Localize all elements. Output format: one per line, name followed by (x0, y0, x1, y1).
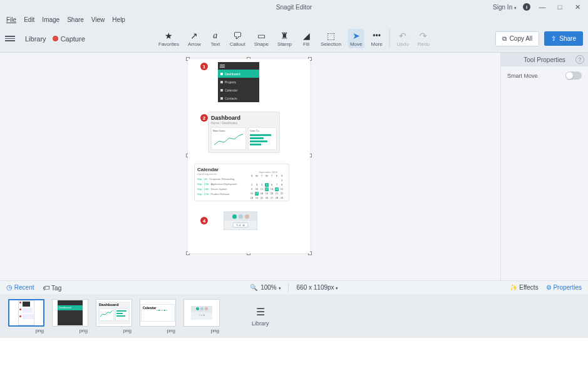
dashboard-icon (220, 73, 223, 75)
step-badge-4: 4 (200, 217, 208, 224)
shape-icon: ▭ (255, 30, 267, 41)
dashboard-title: Dashboard (211, 115, 277, 121)
dimensions-display[interactable]: 660 x 1109px ▾ (297, 284, 339, 291)
record-icon (53, 36, 58, 41)
copy-icon: ⧉ (502, 35, 507, 43)
thumb-label: png (123, 328, 132, 334)
tool-arrow[interactable]: ↗Arrow (186, 29, 203, 48)
thumbnail-tray: png Dashboard png Dashboard png Calendar… (0, 294, 588, 338)
status-bar: ◷ Recent 🏷 Tag 🔍 100% ▾ 660 x 1109px ▾ ✨… (0, 280, 588, 294)
thumbnail-3[interactable]: Dashboard png (95, 299, 133, 334)
zoom-control[interactable]: 🔍 100% ▾ (250, 284, 281, 291)
step-badge-1: 1 (200, 63, 208, 70)
fill-icon: ◢ (301, 30, 312, 41)
tool-shape[interactable]: ▭Shape (252, 29, 271, 48)
canvas-viewport[interactable]: 1 2 3 4 Dashboard Projects Calendar Cont… (0, 53, 500, 280)
redo-icon: ↷ (418, 30, 429, 41)
main-area: 1 2 3 4 Dashboard Projects Calendar Cont… (0, 53, 588, 280)
recent-tab[interactable]: ◷ Recent (6, 283, 34, 292)
menu-file[interactable]: File (6, 16, 16, 23)
share-icon: ⇧ (551, 35, 556, 42)
canvas-step1: Dashboard Projects Calendar Contacts (218, 62, 259, 102)
avatar-icon (232, 214, 237, 219)
sign-in-link[interactable]: Sign In ▾ (493, 4, 517, 11)
thumbnail-2[interactable]: Dashboard png (51, 299, 89, 334)
copy-all-button[interactable]: ⧉Copy All (495, 31, 540, 46)
thumbnail-4[interactable]: Calendar···· png (139, 299, 177, 334)
tool-favorites[interactable]: ★Favorites (157, 29, 181, 48)
close-button[interactable]: ✕ (572, 3, 583, 11)
properties-title: Tool Properties ? (501, 53, 588, 66)
calendar-grid: September 2018 SMTWTFS 1 2345678 9101112… (250, 171, 286, 201)
tag-tab[interactable]: 🏷 Tag (43, 284, 61, 292)
tool-stamp[interactable]: ♜Stamp (276, 29, 294, 48)
info-icon[interactable]: i (523, 3, 530, 11)
menu-share[interactable]: Share (67, 16, 84, 23)
calendar-events: Sep · 5th · Corporate Onboarding Sep · 1… (197, 177, 237, 197)
arrow-icon: ↗ (188, 30, 200, 41)
undo-icon: ↶ (397, 30, 408, 41)
menu-icon (220, 66, 225, 66)
step-badge-2: 2 (200, 114, 208, 122)
calendar-icon (220, 89, 223, 92)
toolbar: Library Capture ★Favorites ↗Arrow aText … (0, 25, 588, 53)
tool-undo[interactable]: ↶Undo (395, 29, 411, 48)
contacts-icon (220, 97, 223, 100)
canvas-step2: Dashboard Home / Dashboard New Users Use… (208, 112, 280, 153)
help-icon[interactable]: ? (575, 55, 584, 64)
tool-more[interactable]: •••More (369, 29, 384, 48)
properties-button[interactable]: ⚙ Properties (546, 284, 582, 291)
canvas[interactable]: 1 2 3 4 Dashboard Projects Calendar Cont… (188, 59, 310, 253)
capture-button[interactable]: Capture (53, 35, 85, 43)
tool-redo[interactable]: ↷Redo (416, 29, 431, 48)
library-button[interactable]: Library (25, 35, 46, 43)
wand-icon: ✨ (510, 284, 517, 291)
share-button[interactable]: ⇧Share (544, 31, 583, 46)
tag-icon: 🏷 (43, 284, 49, 292)
tool-selection[interactable]: ⬚Selection (319, 29, 343, 48)
smart-move-toggle[interactable] (565, 71, 582, 80)
menu-image[interactable]: Image (42, 16, 59, 23)
avatar-icon (245, 214, 249, 219)
stamp-icon: ♜ (279, 30, 290, 41)
more-icon: ••• (371, 30, 383, 41)
chart-user-categories: User Ca (248, 127, 277, 150)
thumb-label: png (211, 328, 219, 334)
projects-icon (220, 81, 223, 83)
thumbnail-1[interactable]: png (8, 299, 45, 334)
selection-icon: ⬚ (325, 30, 336, 41)
effects-button[interactable]: ✨ Effects (510, 284, 538, 291)
list-icon: ☰ (256, 306, 265, 318)
menu-view[interactable]: View (91, 16, 105, 23)
app-title: Snagit Editor (276, 4, 312, 11)
thumb-label: png (167, 328, 175, 334)
thumb-label: png (80, 328, 88, 334)
library-button-tray[interactable]: ☰ Library (252, 306, 269, 327)
hamburger-icon[interactable] (5, 34, 15, 43)
tool-text[interactable]: aText (208, 29, 223, 48)
clock-icon: ◷ (6, 283, 13, 291)
toolbar-separator (389, 29, 390, 48)
gear-icon: ⚙ (546, 284, 552, 291)
move-icon: ➤ (351, 30, 362, 41)
text-icon: a (210, 30, 221, 41)
thumb-label: png (36, 328, 44, 334)
tool-fill[interactable]: ◢Fill (299, 29, 314, 48)
breadcrumb: Home / Dashboard (211, 121, 277, 125)
tool-callout[interactable]: 🗩Callout (228, 29, 247, 48)
title-bar: Snagit Editor Sign In ▾ i — □ ✕ (0, 0, 588, 14)
smart-move-row: Smart Move (501, 66, 588, 85)
canvas-step4: ✎ ▾ ⊕ (224, 211, 257, 230)
menu-bar: File Edit Image Share View Help (0, 14, 588, 25)
thumbnail-5[interactable]: ✎ ▾ ⊕ png (183, 299, 220, 334)
smart-move-label: Smart Move (507, 73, 538, 79)
minimize-button[interactable]: — (537, 3, 548, 11)
menu-help[interactable]: Help (112, 16, 125, 23)
tool-move[interactable]: ➤Move (348, 29, 364, 48)
separator (289, 283, 289, 292)
magnifier-icon: 🔍 (250, 284, 257, 291)
star-icon: ★ (163, 30, 174, 41)
canvas-step3: Calendar Upcoming events Sep · 5th · Cor… (194, 164, 289, 201)
maximize-button[interactable]: □ (554, 3, 565, 11)
menu-edit[interactable]: Edit (24, 16, 34, 23)
